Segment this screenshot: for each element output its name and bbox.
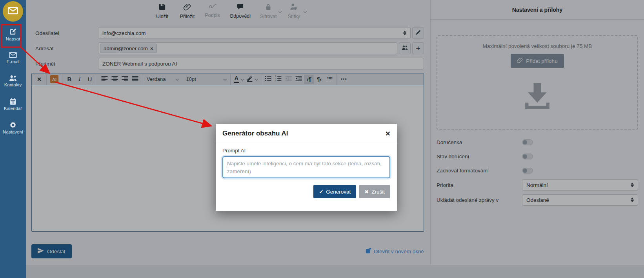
close-icon[interactable]: × bbox=[386, 129, 390, 137]
prompt-textarea[interactable]: Napište umělé inteligenci, o čem má být … bbox=[222, 156, 390, 178]
webmail-app: Napsat E-mail bbox=[0, 0, 644, 278]
sidebar-item-napsat[interactable]: Napsat bbox=[0, 26, 26, 44]
sidebar-item-label: Kontakty bbox=[4, 82, 22, 87]
calendar-icon bbox=[9, 98, 16, 105]
sidebar-item-label: E-mail bbox=[7, 59, 20, 64]
sidebar-nav: Napsat E-mail bbox=[0, 26, 26, 137]
sidebar: Napsat E-mail bbox=[0, 0, 26, 278]
modal-footer: ✔ Generovat ✖ Zrušit bbox=[216, 178, 397, 198]
sidebar-item-kontakty[interactable]: Kontakty bbox=[0, 72, 26, 90]
sidebar-item-label: Kalendář bbox=[4, 106, 22, 111]
generate-button[interactable]: ✔ Generovat bbox=[313, 185, 356, 198]
modal-body: Prompt AI Napište umělé inteligenci, o č… bbox=[216, 142, 397, 178]
sidebar-item-nastaveni[interactable]: Nastavení bbox=[0, 119, 26, 137]
settings-icon bbox=[9, 121, 16, 128]
contacts-icon bbox=[9, 75, 17, 81]
modal-header: Generátor obsahu AI × bbox=[216, 124, 397, 142]
prompt-placeholder: Napište umělé inteligenci, o čem má být … bbox=[227, 161, 382, 174]
text-caret bbox=[227, 160, 227, 167]
email-icon bbox=[9, 52, 17, 58]
compose-icon bbox=[9, 28, 17, 35]
sidebar-item-label: Nastavení bbox=[3, 130, 23, 134]
prompt-label: Prompt AI bbox=[222, 148, 390, 154]
sidebar-item-kalendar[interactable]: Kalendář bbox=[0, 95, 26, 114]
generate-button-label: Generovat bbox=[326, 189, 351, 195]
cancel-button-label: Zrušit bbox=[371, 189, 385, 195]
sidebar-item-label: Napsat bbox=[6, 37, 20, 41]
sidebar-item-email[interactable]: E-mail bbox=[0, 49, 26, 67]
cancel-button[interactable]: ✖ Zrušit bbox=[359, 185, 390, 198]
cross-icon: ✖ bbox=[364, 189, 369, 195]
app-logo[interactable] bbox=[3, 1, 23, 22]
envelope-logo-icon bbox=[7, 5, 19, 18]
check-icon: ✔ bbox=[319, 189, 323, 195]
modal-title: Generátor obsahu AI bbox=[222, 130, 288, 137]
ai-generator-modal: Generátor obsahu AI × Prompt AI Napište … bbox=[216, 124, 397, 211]
